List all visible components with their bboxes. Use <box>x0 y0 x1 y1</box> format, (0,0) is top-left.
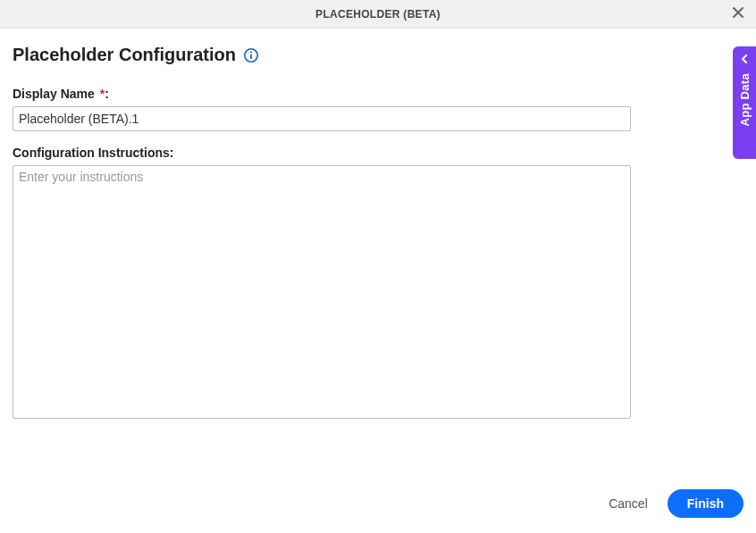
info-icon[interactable] <box>243 47 259 63</box>
cancel-button[interactable]: Cancel <box>603 489 653 518</box>
modal-footer: Cancel Finish <box>0 483 756 533</box>
modal-body: Placeholder Configuration Display Name *… <box>0 29 756 483</box>
display-name-input[interactable] <box>13 106 631 131</box>
page-title: Placeholder Configuration <box>13 45 236 65</box>
display-name-label: Display Name *: <box>13 87 743 101</box>
modal-title: PLACEHOLDER (BETA) <box>315 8 441 21</box>
modal-header: PLACEHOLDER (BETA) <box>0 0 756 29</box>
close-button[interactable] <box>727 4 749 25</box>
finish-button[interactable]: Finish <box>668 489 743 518</box>
page-title-row: Placeholder Configuration <box>13 45 743 65</box>
app-data-side-tab[interactable]: App Data <box>733 46 756 159</box>
close-icon <box>731 5 745 22</box>
svg-rect-4 <box>250 54 252 58</box>
app-data-side-tab-label: App Data <box>738 73 752 126</box>
svg-point-3 <box>250 51 252 53</box>
display-name-colon: : <box>105 87 109 101</box>
display-name-label-text: Display Name <box>13 87 95 101</box>
instructions-textarea[interactable] <box>13 165 631 419</box>
instructions-label: Configuration Instructions: <box>13 146 743 160</box>
required-asterisk: * <box>97 87 105 101</box>
chevron-left-icon <box>739 52 750 68</box>
